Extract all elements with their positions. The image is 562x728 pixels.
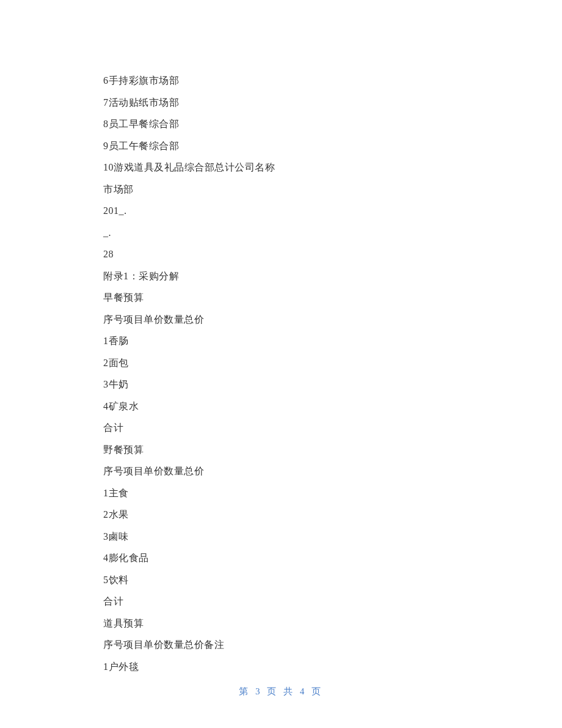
text-line: 2水果	[103, 504, 470, 526]
text-line: 野餐预算	[103, 439, 470, 461]
text-line: 7活动贴纸市场部	[103, 92, 470, 114]
text-line: 序号项目单价数量总价	[103, 309, 470, 331]
text-line: 早餐预算	[103, 287, 470, 309]
text-line: 9员工午餐综合部	[103, 135, 470, 157]
text-line: 8员工早餐综合部	[103, 113, 470, 135]
text-line: 附录1：采购分解	[103, 265, 470, 287]
text-line: 1香肠	[103, 330, 470, 352]
text-line: 1户外毯	[103, 656, 470, 678]
text-line: 合计	[103, 417, 470, 439]
text-line: 3牛奶	[103, 373, 470, 395]
text-line: 6手持彩旗市场部	[103, 70, 470, 92]
text-line: 合计	[103, 590, 470, 612]
text-line: 2面包	[103, 352, 470, 374]
text-line: 1主食	[103, 482, 470, 504]
text-line: 道具预算	[103, 612, 470, 634]
text-line: 市场部	[103, 178, 470, 200]
text-line: 28	[103, 243, 470, 265]
text-line: 序号项目单价数量总价	[103, 460, 470, 482]
text-line: 201_.	[103, 200, 470, 222]
text-line: 10游戏道具及礼品综合部总计公司名称	[103, 156, 470, 178]
text-line: 4膨化食品	[103, 547, 470, 569]
text-line: 3鹵味	[103, 526, 470, 548]
document-content: 6手持彩旗市场部 7活动贴纸市场部 8员工早餐综合部 9员工午餐综合部 10游戏…	[103, 70, 470, 677]
text-line: _.	[103, 222, 470, 244]
text-line: 序号项目单价数量总价备注	[103, 634, 470, 656]
text-line: 5饮料	[103, 569, 470, 591]
text-line: 4矿泉水	[103, 395, 470, 417]
page-footer: 第 3 页 共 4 页	[0, 686, 562, 697]
